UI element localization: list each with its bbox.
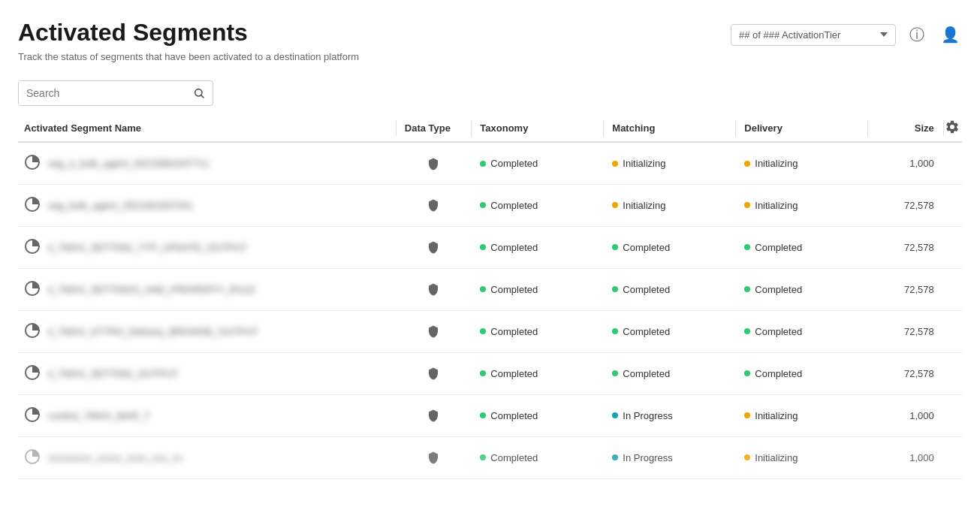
col-header-name: Activated Segment Name xyxy=(18,115,396,142)
shield-icon xyxy=(405,240,463,254)
delivery-status-label: Initializing xyxy=(755,200,798,211)
table-body: seg_a_bulk_agent_20210081047711 Complete… xyxy=(18,142,962,478)
taxonomy-status-dot xyxy=(480,328,486,334)
taxonomy-status-dot xyxy=(480,412,486,418)
delivery-status-dot xyxy=(744,454,750,460)
search-input[interactable] xyxy=(19,81,185,105)
matching-status-label: Completed xyxy=(623,368,670,379)
delivery-status-label: Initializing xyxy=(755,158,798,169)
size-value: 72,578 xyxy=(904,242,934,253)
shield-icon xyxy=(405,282,463,296)
delivery-cell: Initializing xyxy=(735,184,867,226)
size-cell: 72,578 xyxy=(867,184,943,226)
taxonomy-cell: Completed xyxy=(471,184,603,226)
delivery-status-dot xyxy=(744,370,750,376)
row-settings-cell xyxy=(943,226,962,268)
search-button[interactable] xyxy=(185,83,213,104)
delivery-status-dot xyxy=(744,328,750,334)
table-row: il_TMAX_OTTRS_Delivery_BROWSE_OUTPUT Com… xyxy=(18,310,962,352)
size-cell: 1,000 xyxy=(867,436,943,478)
pie-chart-icon xyxy=(24,448,41,467)
help-icon: ⓘ xyxy=(909,25,924,45)
taxonomy-status-label: Completed xyxy=(490,284,538,295)
matching-status-label: In Progress xyxy=(623,452,672,463)
taxonomy-status-label: Completed xyxy=(490,242,538,253)
matching-status-label: Completed xyxy=(623,326,670,337)
taxonomy-status-label: Completed xyxy=(490,452,538,463)
size-value: 72,578 xyxy=(904,200,934,211)
row-settings-cell xyxy=(943,142,962,184)
table-row: seg_a_bulk_agent_20210081047711 Complete… xyxy=(18,142,962,184)
table-row: contins_TMAX_MAR_T Completed In Progress xyxy=(18,394,962,436)
pie-chart-icon xyxy=(24,280,41,299)
pie-chart-icon xyxy=(24,406,41,425)
segment-name-text: contins_TMAX_MAR_T xyxy=(48,410,150,421)
delivery-status-dot xyxy=(744,161,750,167)
delivery-status-label: Completed xyxy=(755,368,802,379)
matching-status-dot xyxy=(612,202,618,208)
data-type-cell xyxy=(396,268,472,310)
matching-status-dot xyxy=(612,454,618,460)
delivery-cell: Completed xyxy=(735,310,867,352)
delivery-status-label: Completed xyxy=(755,326,802,337)
help-button[interactable]: ⓘ xyxy=(905,23,929,47)
size-value: 72,578 xyxy=(904,368,934,379)
segment-name-cell: il_TMAX_SETTING_TYP_UPDATE_OUTPUT xyxy=(18,226,396,268)
matching-cell: Initializing xyxy=(603,184,735,226)
matching-cell: Initializing xyxy=(603,142,735,184)
delivery-cell: Completed xyxy=(735,226,867,268)
delivery-cell: Initializing xyxy=(735,436,867,478)
taxonomy-status-label: Completed xyxy=(490,200,538,211)
user-profile-button[interactable]: 👤 xyxy=(938,23,962,47)
user-icon: 👤 xyxy=(941,26,960,44)
taxonomy-status-dot xyxy=(480,161,486,167)
size-cell: 72,578 xyxy=(867,352,943,394)
delivery-status-label: Completed xyxy=(755,284,802,295)
segment-name-cell: seg_bulk_agent_2021001007041 xyxy=(18,184,396,226)
segment-name-cell: il_TMAX_SETTING_OUTPUT xyxy=(18,352,396,394)
taxonomy-status-dot xyxy=(480,244,486,250)
shield-icon xyxy=(405,409,463,422)
matching-status-dot xyxy=(612,244,618,250)
matching-cell: Completed xyxy=(603,268,735,310)
size-value: 72,578 xyxy=(904,284,934,295)
delivery-status-label: Completed xyxy=(755,242,802,253)
settings-gear-icon[interactable] xyxy=(945,119,960,134)
segment-name-cell: xxxxxxxxx_xxxxx_xxxx_xxx_xx xyxy=(18,436,396,478)
search-box xyxy=(18,80,213,106)
size-value: 72,578 xyxy=(904,326,934,337)
data-type-cell xyxy=(396,394,472,436)
pie-chart-icon xyxy=(24,322,41,341)
segment-name-text: il_TMAX_SETTINGS_AND_PROPERTY_RULE xyxy=(48,284,255,295)
taxonomy-status-dot xyxy=(480,286,486,292)
taxonomy-status-dot xyxy=(480,202,486,208)
matching-status-label: Completed xyxy=(623,242,670,253)
data-type-cell xyxy=(396,142,472,184)
shield-icon xyxy=(405,451,463,464)
matching-status-label: In Progress xyxy=(623,410,672,421)
pie-chart-icon xyxy=(24,364,41,383)
delivery-status-label: Initializing xyxy=(755,452,798,463)
matching-status-dot xyxy=(612,286,618,292)
delivery-status-dot xyxy=(744,412,750,418)
size-cell: 72,578 xyxy=(867,268,943,310)
matching-status-dot xyxy=(612,161,618,167)
search-icon xyxy=(193,87,205,99)
taxonomy-cell: Completed xyxy=(471,142,603,184)
row-settings-cell xyxy=(943,184,962,226)
size-cell: 72,578 xyxy=(867,310,943,352)
table-header-row: Activated Segment Name Data Type Taxonom… xyxy=(18,115,962,142)
taxonomy-status-label: Completed xyxy=(490,158,538,169)
data-type-cell xyxy=(396,226,472,268)
activation-tier-dropdown[interactable]: ## of ### ActivationTier xyxy=(731,24,896,46)
segment-name-text: seg_bulk_agent_2021001007041 xyxy=(48,200,193,211)
col-header-datatype: Data Type xyxy=(396,115,472,142)
segment-name-text: il_TMAX_SETTING_TYP_UPDATE_OUTPUT xyxy=(48,242,247,253)
page-subtitle: Track the status of segments that have b… xyxy=(18,51,359,62)
col-header-matching: Matching xyxy=(603,115,735,142)
delivery-status-dot xyxy=(744,244,750,250)
taxonomy-cell: Completed xyxy=(471,352,603,394)
data-type-cell xyxy=(396,184,472,226)
delivery-status-dot xyxy=(744,286,750,292)
segment-name-text: seg_a_bulk_agent_20210081047711 xyxy=(48,158,210,169)
